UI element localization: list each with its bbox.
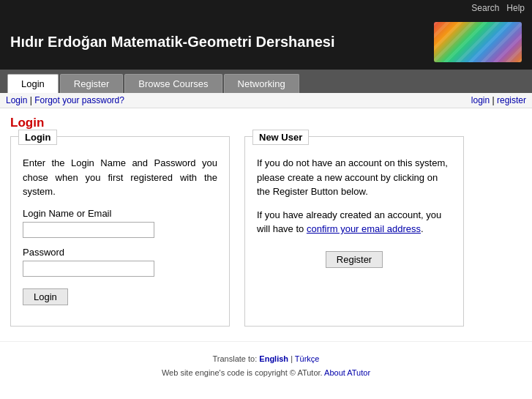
main-content: Login Enter the Login Name and Password … <box>0 136 532 341</box>
turkish-link[interactable]: Türkçe <box>295 354 320 363</box>
breadcrumb-right-register[interactable]: register <box>497 95 526 105</box>
header-image <box>434 22 522 62</box>
about-atutor-link[interactable]: About ATutor <box>324 368 370 377</box>
new-user-desc1: If you do not have an account on this sy… <box>257 156 452 199</box>
help-link[interactable]: Help <box>506 3 525 13</box>
new-user-desc2: If you have already created an account, … <box>257 208 452 236</box>
confirm-email-link[interactable]: confirm your email address <box>307 223 421 234</box>
register-button-area: Register <box>257 251 452 268</box>
nav-tab-login[interactable]: Login <box>7 74 59 93</box>
footer-copyright: Web site engine's code is copyright © AT… <box>0 366 532 380</box>
new-user-description: If you do not have an account on this sy… <box>257 156 452 236</box>
new-user-box: New User If you do not have an account o… <box>244 136 464 327</box>
breadcrumb-right-login[interactable]: login <box>471 95 490 105</box>
site-title: Hıdır Erdoğan Matematik-Geometri Dershan… <box>10 34 334 51</box>
nav-tab-networking[interactable]: Networking <box>224 74 299 93</box>
login-description: Enter the Login Name and Password you ch… <box>23 156 217 199</box>
english-link[interactable]: English <box>259 354 288 363</box>
login-box: Login Enter the Login Name and Password … <box>10 136 230 327</box>
password-input[interactable] <box>23 261 154 277</box>
nav-tab-browse-courses[interactable]: Browse Courses <box>124 74 222 93</box>
search-link[interactable]: Search <box>471 3 499 13</box>
password-label: Password <box>23 247 217 258</box>
breadcrumb-left: Login | Forgot your password? <box>6 95 124 105</box>
new-user-desc2-suffix: . <box>421 223 424 234</box>
login-button[interactable]: Login <box>23 288 68 305</box>
top-bar: Search Help <box>0 0 532 16</box>
footer: Translate to: English | Türkçe Web site … <box>0 341 532 385</box>
translate-label: Translate to: <box>213 354 258 363</box>
nav-tab-register[interactable]: Register <box>60 74 123 93</box>
login-box-legend: Login <box>18 130 57 145</box>
register-button[interactable]: Register <box>326 251 383 268</box>
breadcrumb-forgot-link[interactable]: Forgot your password? <box>34 95 124 105</box>
breadcrumb-right: login | register <box>471 95 526 105</box>
breadcrumb-login-link[interactable]: Login <box>6 95 27 105</box>
email-input[interactable] <box>23 222 154 238</box>
copyright-text: Web site engine's code is copyright © AT… <box>162 368 323 377</box>
new-user-legend: New User <box>252 130 309 145</box>
breadcrumb-bar: Login | Forgot your password? login | re… <box>0 93 532 108</box>
nav-bar: Login Register Browse Courses Networking <box>0 70 532 93</box>
header: Hıdır Erdoğan Matematik-Geometri Dershan… <box>0 16 532 70</box>
footer-translate: Translate to: English | Türkçe <box>0 352 532 366</box>
email-label: Login Name or Email <box>23 208 217 219</box>
